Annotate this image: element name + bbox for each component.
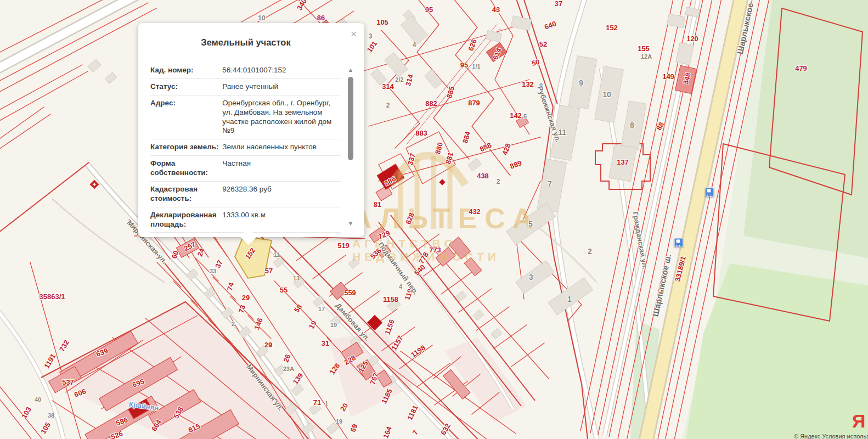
popup-row-value: 926328.36 руб [220,185,341,204]
popup-title: Земельный участок [149,37,342,48]
popup-row-label: Форма собственности: [150,159,220,178]
map-viewport[interactable]: АЛЬТЕСА АГЕНТСТВО НЕДВИЖИМОСТИ 340861031… [0,0,868,439]
popup-row-value: Ранее учтенный [220,82,341,92]
popup-row-label: Адрес: [150,99,220,136]
yandex-logo[interactable]: Я [852,410,865,432]
popup-row-value: 1333.00 кв.м [220,211,341,229]
popup-row-value: Частная [220,159,341,178]
popup-row-label: Кадастровая стоимость: [150,185,220,204]
popup-row: Адрес:Оренбургская обл., г. Оренбург, ул… [150,95,341,140]
popup-rows: Кад. номер:56:44:0101007:152Статус:Ранее… [150,63,341,233]
popup-row-label: Категория земель: [150,143,220,152]
bus-stop-icon[interactable] [705,188,714,197]
map-canvas[interactable] [0,0,868,439]
parcel-info-popup: × Земельный участок Кад. номер:56:44:010… [138,23,364,237]
popup-row-value: Оренбургская обл., г. Оренбург, ул. Дамб… [220,99,341,136]
popup-row: Кадастровая стоимость:926328.36 руб [150,182,341,207]
scroll-up-icon[interactable]: ▲ [347,66,354,74]
popup-row: Статус:Ранее учтенный [150,79,341,95]
popup-row: Кад. номер:56:44:0101007:152 [150,63,341,79]
close-icon[interactable]: × [351,29,357,39]
scroll-down-icon[interactable]: ▼ [347,219,354,227]
attribution-text[interactable]: © Яндекс Условия использования [794,433,868,439]
bus-stop-icon[interactable] [674,238,684,247]
popup-scrollbar[interactable]: ▲ ▼ [347,66,354,227]
popup-row: Форма собственности:Частная [150,156,341,182]
popup-row: Декларированная площадь:1333.00 кв.м [150,207,341,233]
popup-row: Категория земель:Земли населенных пункто… [150,139,341,156]
popup-row-value: 56:44:0101007:152 [220,66,341,75]
popup-row-label: Декларированная площадь: [150,211,220,229]
popup-row-label: Статус: [150,82,220,92]
popup-row-value: Земли населенных пунктов [220,143,341,152]
scroll-thumb[interactable] [348,77,353,160]
popup-row-label: Кад. номер: [150,66,220,75]
